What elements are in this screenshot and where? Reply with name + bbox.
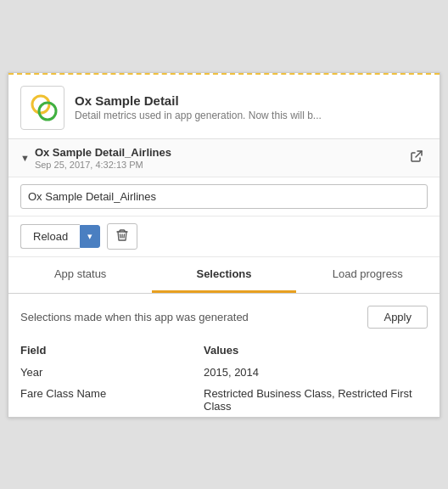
reload-button[interactable]: Reload — [20, 224, 80, 249]
app-detail-date: Sep 25, 2017, 4:32:13 PM — [35, 160, 171, 170]
values-cell: Restricted Business Class, Restricted Fi… — [204, 383, 428, 417]
tab-app-status-label: App status — [54, 267, 106, 280]
apply-button[interactable]: Apply — [367, 306, 428, 329]
panel-header: Ox Sample Detail Detail metrics used in … — [8, 76, 440, 139]
app-detail-info: Ox Sample Detail_Airlines Sep 25, 2017, … — [35, 146, 171, 170]
selections-table: Field Values Year 2015, 2014 Fare Class … — [20, 340, 428, 417]
app-detail-left: ▼ Ox Sample Detail_Airlines Sep 25, 2017… — [20, 146, 406, 170]
tabs-container: App status Selections Load progress — [8, 257, 440, 294]
content-area: Selections made when this app was genera… — [8, 294, 440, 417]
tab-app-status[interactable]: App status — [8, 257, 152, 293]
main-panel: Ox Sample Detail Detail metrics used in … — [8, 72, 440, 418]
table-header-row: Field Values — [20, 340, 428, 362]
button-bar: Reload ▾ — [8, 216, 440, 257]
app-detail-bar: ▼ Ox Sample Detail_Airlines Sep 25, 2017… — [8, 139, 440, 177]
external-link-icon — [409, 149, 424, 164]
input-section — [8, 177, 440, 216]
tab-selections-label: Selections — [196, 267, 251, 280]
tab-selections[interactable]: Selections — [152, 257, 295, 293]
app-name-input[interactable] — [20, 184, 428, 209]
tab-load-progress-label: Load progress — [333, 267, 403, 280]
chevron-down-icon: ▾ — [87, 231, 92, 241]
header-subtitle: Detail metrics used in app generation. N… — [75, 110, 428, 121]
selections-header: Selections made when this app was genera… — [20, 306, 428, 329]
table-row: Fare Class Name Restricted Business Clas… — [20, 383, 428, 417]
selections-description: Selections made when this app was genera… — [20, 311, 249, 323]
header-title: Ox Sample Detail — [75, 93, 428, 108]
values-cell: 2015, 2014 — [204, 362, 428, 383]
app-logo — [20, 86, 64, 130]
tab-load-progress[interactable]: Load progress — [296, 257, 440, 293]
external-link-button[interactable] — [406, 147, 428, 169]
column-header-field: Field — [20, 340, 204, 362]
logo-svg — [25, 91, 59, 125]
chevron-down-icon[interactable]: ▼ — [20, 153, 30, 163]
column-header-values: Values — [204, 340, 428, 362]
trash-icon — [115, 228, 129, 242]
header-text-block: Ox Sample Detail Detail metrics used in … — [75, 93, 428, 121]
app-detail-name: Ox Sample Detail_Airlines — [35, 146, 171, 159]
field-cell: Year — [20, 362, 204, 383]
delete-button[interactable] — [107, 223, 137, 250]
table-row: Year 2015, 2014 — [20, 362, 428, 383]
field-cell: Fare Class Name — [20, 383, 204, 417]
reload-dropdown-button[interactable]: ▾ — [80, 225, 100, 248]
